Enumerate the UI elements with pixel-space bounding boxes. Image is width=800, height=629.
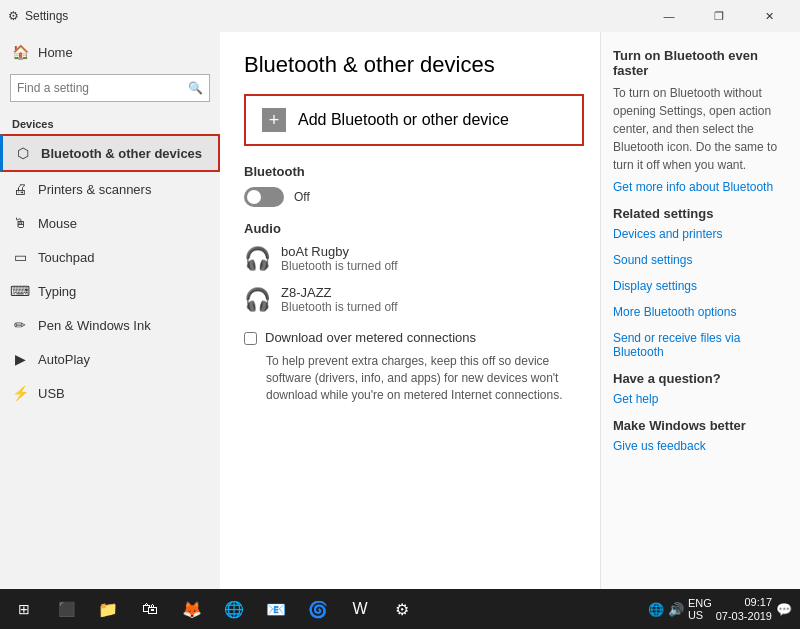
headphone-icon-1: 🎧 (244, 246, 271, 272)
sidebar-item-usb[interactable]: ⚡ USB (0, 376, 220, 410)
page-title: Bluetooth & other devices (244, 52, 576, 78)
main-content: Bluetooth & other devices + Add Bluetoot… (220, 32, 600, 589)
headphone-icon-2: 🎧 (244, 287, 271, 313)
related-link-1[interactable]: Sound settings (613, 253, 788, 267)
notification-icon[interactable]: 💬 (776, 602, 792, 617)
pen-icon: ✏ (12, 317, 28, 333)
sidebar-item-touchpad-label: Touchpad (38, 250, 94, 265)
network-icon: 🌐 (648, 602, 664, 617)
mouse-icon: 🖱 (12, 215, 28, 231)
clock-time: 09:17 (716, 595, 772, 609)
usb-icon: ⚡ (12, 385, 28, 401)
sidebar-item-pen[interactable]: ✏ Pen & Windows Ink (0, 308, 220, 342)
sidebar-item-touchpad[interactable]: ▭ Touchpad (0, 240, 220, 274)
sidebar-section-label: Devices (0, 108, 220, 134)
titlebar-left: ⚙ Settings (8, 9, 68, 23)
bluetooth-icon: ⬡ (15, 145, 31, 161)
device-status-2: Bluetooth is turned off (281, 300, 398, 314)
sidebar-item-mouse[interactable]: 🖱 Mouse (0, 206, 220, 240)
settings-icon: ⚙ (8, 9, 19, 23)
checkbox-label: Download over metered connections (265, 330, 476, 345)
clock-date: 07-03-2019 (716, 609, 772, 623)
close-button[interactable]: ✕ (746, 6, 792, 26)
tip-link[interactable]: Get more info about Bluetooth (613, 180, 788, 194)
chrome-button[interactable]: 🌀 (298, 589, 338, 629)
plus-icon: + (262, 108, 286, 132)
taskbar-clock[interactable]: 09:17 07-03-2019 (716, 595, 772, 624)
search-input[interactable] (17, 81, 188, 95)
autoplay-icon: ▶ (12, 351, 28, 367)
question-title: Have a question? (613, 371, 788, 386)
sidebar-item-printers[interactable]: 🖨 Printers & scanners (0, 172, 220, 206)
volume-icon: 🔊 (668, 602, 684, 617)
mail-button[interactable]: 📧 (256, 589, 296, 629)
titlebar-controls: — ❐ ✕ (646, 6, 792, 26)
sidebar-item-autoplay[interactable]: ▶ AutoPlay (0, 342, 220, 376)
printers-icon: 🖨 (12, 181, 28, 197)
sidebar-item-pen-label: Pen & Windows Ink (38, 318, 151, 333)
search-icon: 🔍 (188, 81, 203, 95)
explorer-button[interactable]: 📁 (88, 589, 128, 629)
start-button[interactable]: ⊞ (4, 589, 44, 629)
bluetooth-toggle-label: Off (294, 190, 310, 204)
taskbar-left: ⊞ ⬛ 📁 🛍 🦊 🌐 📧 🌀 W ⚙ (4, 589, 422, 629)
search-box[interactable]: 🔍 (10, 74, 210, 102)
question-link[interactable]: Get help (613, 392, 788, 406)
device-name-2: Z8-JAZZ (281, 285, 398, 300)
related-title: Related settings (613, 206, 788, 221)
firefox-button[interactable]: 🦊 (172, 589, 212, 629)
right-panel: Turn on Bluetooth even faster To turn on… (600, 32, 800, 589)
sidebar-item-mouse-label: Mouse (38, 216, 77, 231)
tip-title: Turn on Bluetooth even faster (613, 48, 788, 78)
typing-icon: ⌨ (12, 283, 28, 299)
lang-label: ENG (688, 597, 712, 609)
home-icon: 🏠 (12, 44, 28, 60)
related-link-3[interactable]: More Bluetooth options (613, 305, 788, 319)
minimize-button[interactable]: — (646, 6, 692, 26)
sidebar-item-usb-label: USB (38, 386, 65, 401)
sidebar: 🏠 Home 🔍 Devices ⬡ Bluetooth & other dev… (0, 32, 220, 589)
sidebar-item-typing-label: Typing (38, 284, 76, 299)
checkbox-description: To help prevent extra charges, keep this… (244, 353, 576, 403)
metered-connections-checkbox[interactable] (244, 332, 257, 345)
device-name-1: boAt Rugby (281, 244, 398, 259)
sidebar-item-typing[interactable]: ⌨ Typing (0, 274, 220, 308)
maximize-button[interactable]: ❐ (696, 6, 742, 26)
audio-device-2: 🎧 Z8-JAZZ Bluetooth is turned off (244, 285, 576, 314)
edge-button[interactable]: 🌐 (214, 589, 254, 629)
taskbar: ⊞ ⬛ 📁 🛍 🦊 🌐 📧 🌀 W ⚙ 🌐 🔊 ENG US 09:17 07-… (0, 589, 800, 629)
checkbox-row: Download over metered connections (244, 330, 576, 345)
bluetooth-toggle[interactable] (244, 187, 284, 207)
sidebar-item-bluetooth[interactable]: ⬡ Bluetooth & other devices (0, 134, 220, 172)
settings-taskbar-button[interactable]: ⚙ (382, 589, 422, 629)
toggle-knob (247, 190, 261, 204)
tip-text: To turn on Bluetooth without opening Set… (613, 84, 788, 174)
sidebar-home[interactable]: 🏠 Home (0, 36, 220, 68)
add-device-label: Add Bluetooth or other device (298, 111, 509, 129)
sidebar-item-bluetooth-label: Bluetooth & other devices (41, 146, 202, 161)
sidebar-item-printers-label: Printers & scanners (38, 182, 151, 197)
add-device-button[interactable]: + Add Bluetooth or other device (244, 94, 584, 146)
related-link-4[interactable]: Send or receive files via Bluetooth (613, 331, 788, 359)
sidebar-item-autoplay-label: AutoPlay (38, 352, 90, 367)
feedback-title: Make Windows better (613, 418, 788, 433)
related-link-2[interactable]: Display settings (613, 279, 788, 293)
feedback-link[interactable]: Give us feedback (613, 439, 788, 453)
taskbar-right: 🌐 🔊 ENG US 09:17 07-03-2019 💬 (648, 595, 796, 624)
audio-section-title: Audio (244, 221, 576, 236)
toggle-row: Off (244, 187, 576, 207)
region-label: US (688, 609, 712, 621)
app-container: 🏠 Home 🔍 Devices ⬡ Bluetooth & other dev… (0, 32, 800, 589)
related-link-0[interactable]: Devices and printers (613, 227, 788, 241)
taskbar-lang: ENG US (688, 597, 712, 621)
task-view-button[interactable]: ⬛ (46, 589, 86, 629)
sidebar-home-label: Home (38, 45, 73, 60)
titlebar: ⚙ Settings — ❐ ✕ (0, 0, 800, 32)
bluetooth-section-title: Bluetooth (244, 164, 576, 179)
audio-device-1: 🎧 boAt Rugby Bluetooth is turned off (244, 244, 576, 273)
store-button[interactable]: 🛍 (130, 589, 170, 629)
word-button[interactable]: W (340, 589, 380, 629)
device-status-1: Bluetooth is turned off (281, 259, 398, 273)
titlebar-title: Settings (25, 9, 68, 23)
touchpad-icon: ▭ (12, 249, 28, 265)
